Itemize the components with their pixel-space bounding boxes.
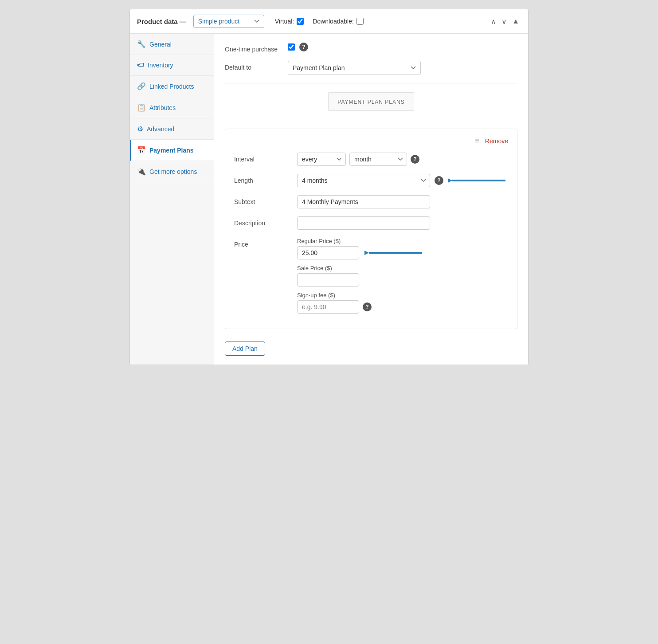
payment-plan-section-box: PAYMENT PLAN PLANS [328,92,414,111]
expand-button[interactable]: ▲ [510,16,521,26]
interval-row: Interval every month ? [234,153,508,166]
remove-button[interactable]: Remove [485,137,508,145]
signup-fee-group: Sign-up fee ($) ? [297,292,422,314]
header-arrows: ∧ ∨ ▲ [489,16,521,27]
sale-price-label: Sale Price ($) [297,265,422,271]
subtext-controls [297,195,508,208]
sidebar-item-attributes[interactable]: 📋 Attributes [130,97,214,118]
sidebar-item-advanced[interactable]: ⚙ Advanced [130,118,214,140]
signup-fee-help-icon[interactable]: ? [363,302,372,311]
sidebar-label-linked-products: Linked Products [149,83,194,90]
sidebar: 🔧 General 🏷 Inventory 🔗 Linked Products … [130,34,214,365]
sidebar-item-linked-products[interactable]: 🔗 Linked Products [130,76,214,97]
length-label: Length [234,174,292,184]
one-time-purchase-row: One-time purchase ? [225,43,517,53]
product-data-panel: Product data — Simple product Virtual: D… [129,9,529,365]
sidebar-item-payment-plans[interactable]: 📅 Payment Plans [130,140,214,161]
price-subgroup: Regular Price ($) [297,238,422,314]
sale-price-input[interactable] [297,273,359,287]
sidebar-label-payment-plans: Payment Plans [149,147,194,154]
panel-body: 🔧 General 🏷 Inventory 🔗 Linked Products … [130,34,528,365]
description-controls [297,216,508,230]
length-controls: 4 months ? [297,174,508,187]
one-time-purchase-label: One-time purchase [225,43,282,53]
interval-help-icon[interactable]: ? [411,155,419,164]
default-to-label: Default to [225,61,282,71]
price-controls: Regular Price ($) [297,238,508,314]
default-to-select[interactable]: Payment Plan plan [288,61,421,75]
panel-header: Product data — Simple product Virtual: D… [130,9,528,34]
length-help-icon[interactable]: ? [435,176,443,185]
plan-box: ≡ Remove Interval every month ? [225,129,517,329]
sidebar-label-inventory: Inventory [148,62,173,69]
price-row: Price Regular Price ($) [234,238,508,314]
section-title: PAYMENT PLAN PLANS [337,99,404,105]
virtual-checkbox[interactable] [297,18,304,25]
price-label: Price [234,238,292,248]
sidebar-label-attributes: Attributes [149,104,176,111]
sidebar-item-inventory[interactable]: 🏷 Inventory [130,55,214,76]
description-label: Description [234,216,292,227]
one-time-purchase-help-icon[interactable]: ? [299,43,308,51]
signup-fee-label: Sign-up fee ($) [297,292,422,298]
length-arrow-annotation [448,174,505,187]
regular-price-group: Regular Price ($) [297,238,422,259]
default-to-controls: Payment Plan plan [288,61,517,75]
sidebar-label-advanced: Advanced [147,126,174,133]
regular-price-label: Regular Price ($) [297,238,422,244]
calendar-icon: 📅 [137,146,146,154]
regular-price-arrow-annotation [364,246,422,259]
signup-fee-input[interactable] [297,300,359,314]
downloadable-label: Downloadable: [313,18,354,25]
add-plan-button[interactable]: Add Plan [225,342,265,356]
main-content: One-time purchase ? Default to Payment P… [214,34,528,365]
sidebar-label-general: General [149,41,172,48]
description-row: Description [234,216,508,230]
plan-header-row: ≡ Remove [234,136,508,145]
subtext-row: Subtext [234,195,508,208]
wrench-icon: 🔧 [137,40,146,48]
subtext-label: Subtext [234,195,292,205]
interval-label: Interval [234,153,292,163]
default-to-row: Default to Payment Plan plan [225,61,517,75]
drag-handle-icon[interactable]: ≡ [475,136,480,145]
link-icon: 🔗 [137,82,146,90]
virtual-option[interactable]: Virtual: [275,18,304,25]
length-row: Length 4 months ? [234,174,508,187]
downloadable-checkbox[interactable] [356,18,364,25]
sidebar-item-general[interactable]: 🔧 General [130,34,214,55]
interval-every-select[interactable]: every [297,153,346,166]
virtual-label: Virtual: [275,18,294,25]
one-time-purchase-checkbox[interactable] [288,43,295,51]
interval-month-select[interactable]: month [349,153,407,166]
list-icon: 📋 [137,103,146,112]
plugin-icon: 🔌 [137,167,146,176]
sidebar-label-get-more-options: Get more options [149,168,197,175]
regular-price-input[interactable] [297,246,359,259]
collapse-down-button[interactable]: ∨ [500,16,509,27]
section-divider [225,83,517,83]
length-select[interactable]: 4 months [297,174,430,187]
add-plan-row: Add Plan [225,337,517,356]
sidebar-item-get-more-options[interactable]: 🔌 Get more options [130,161,214,182]
one-time-purchase-controls: ? [288,43,517,51]
downloadable-option[interactable]: Downloadable: [313,18,364,25]
tag-icon: 🏷 [137,61,144,69]
product-type-select[interactable]: Simple product [193,15,264,28]
sale-price-group: Sale Price ($) [297,265,422,287]
description-input[interactable] [297,216,430,230]
panel-title: Product data — [137,18,186,25]
subtext-input[interactable] [297,195,430,208]
collapse-up-button[interactable]: ∧ [489,16,498,27]
interval-controls: every month ? [297,153,508,166]
header-options: Virtual: Downloadable: [275,18,364,25]
gear-icon: ⚙ [137,125,143,133]
